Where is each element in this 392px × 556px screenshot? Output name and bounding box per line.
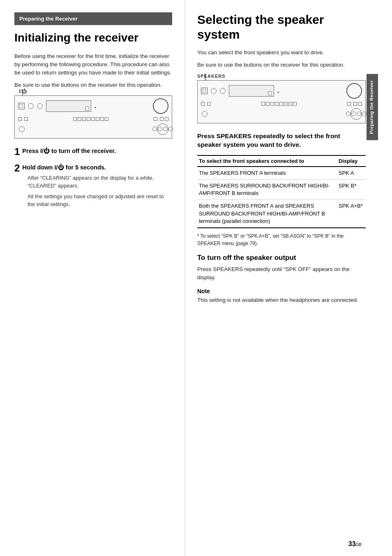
rlsq1 <box>261 102 265 106</box>
display-inner <box>85 107 89 111</box>
left-intro-text2: Be sure to use the buttons on the receiv… <box>14 81 172 89</box>
rsq4 <box>353 102 357 106</box>
speakers-label: SPEAKERS <box>197 74 366 79</box>
table-row-2-desc: Both the SPEAKERS FRONT A and SPEAKERS S… <box>197 200 337 228</box>
lsq2 <box>78 117 81 121</box>
rsq5 <box>358 102 362 106</box>
table-row-2-display: SPK A+B* <box>337 200 366 228</box>
right-sq-group <box>353 102 362 106</box>
sq2 <box>24 117 28 121</box>
rsq2 <box>207 102 211 106</box>
rlsq6 <box>284 102 288 106</box>
power-button-sq <box>18 103 25 109</box>
rlsq4 <box>275 102 279 106</box>
right-receiver-top-row: . <box>201 83 362 99</box>
right-column: Selecting the speaker system You can sel… <box>185 0 378 556</box>
sq1 <box>18 117 22 121</box>
tc2 <box>158 127 162 131</box>
left-intro-text1: Before using the receiver for the first … <box>14 52 172 77</box>
rtc2 <box>351 111 356 116</box>
step1-text: Press I/⏻ to turn off the receiver. <box>22 147 172 155</box>
right-display <box>229 85 274 97</box>
dial-circle <box>19 126 25 132</box>
step1-block: 1 Press I/⏻ to turn off the receiver. <box>14 147 172 157</box>
page-container: Preparing the Receiver Initializing the … <box>0 0 392 556</box>
right-body-text2: Be sure to use the buttons on the receiv… <box>197 61 366 69</box>
lsq3 <box>82 117 86 121</box>
receiver-top-row: . <box>18 98 168 114</box>
table-footnote: * To select “SPK B” or “SPK A+B”, set “S… <box>197 232 366 247</box>
lsq7 <box>100 117 104 121</box>
right-long-sq <box>213 102 345 106</box>
table-col2-header: Display <box>337 155 366 167</box>
table-row-1-display: SPK B* <box>337 180 366 200</box>
rtc3 <box>357 111 361 116</box>
receiver-diagram-right: . <box>197 80 366 123</box>
tc4 <box>168 127 173 131</box>
tuner-outer <box>157 123 168 135</box>
lsq6 <box>96 117 99 121</box>
rlsq3 <box>270 102 274 106</box>
sq-group-right <box>160 117 168 121</box>
power-label: I/⏻ <box>19 88 27 94</box>
rlsq5 <box>279 102 283 106</box>
right-tuner-outer <box>350 108 362 120</box>
sq5 <box>165 117 168 121</box>
table-col1-header: To select the front speakers connected t… <box>197 155 337 167</box>
right-power-btn <box>201 88 208 94</box>
table-row: The SPEAKERS FRONT A terminalsSPK A <box>197 167 366 180</box>
rsq3 <box>347 102 351 106</box>
page-num-suffix: GB <box>356 542 362 547</box>
volume-knob <box>153 98 168 114</box>
circle-btn-2 <box>37 103 43 109</box>
receiver-diagram-left: I/⏻ . <box>14 95 172 139</box>
circle-btn-1 <box>28 103 34 109</box>
tuner-inner <box>152 127 173 131</box>
press-speakers-title: Press SPEAKERS repeatedly to select the … <box>197 132 366 149</box>
tc1 <box>152 127 157 131</box>
table-row-1-desc: The SPEAKERS SURROUND BACK/FRONT HIGH/BI… <box>197 180 337 200</box>
rtc1 <box>346 111 350 116</box>
table-row-0-desc: The SPEAKERS FRONT A terminals <box>197 167 337 180</box>
step2-detail1: After “CLEARING” appears on the display … <box>28 174 172 208</box>
note-text: This setting is not available when the h… <box>197 296 366 304</box>
step2-number: 2 <box>14 163 20 173</box>
speakers-arrow <box>205 73 205 81</box>
right-bottom-row2 <box>201 107 362 120</box>
step1-number: 1 <box>14 147 20 157</box>
rsq1 <box>201 102 205 106</box>
step2-block: 2 Hold down I/⏻ for 5 seconds. After “CL… <box>14 163 172 208</box>
right-tuner <box>350 108 362 120</box>
sq4 <box>160 117 164 121</box>
right-display-inner <box>268 91 272 95</box>
right-dot: . <box>277 87 279 95</box>
dot-separator: . <box>95 102 96 110</box>
sidebar-tab: Preparing the Receiver <box>367 74 378 140</box>
display-rect <box>46 100 91 112</box>
page-num-bold: 33 <box>348 540 356 547</box>
step2-text: Hold down I/⏻ for 5 seconds. <box>22 163 172 171</box>
power-arrow <box>22 89 23 96</box>
left-main-title: Initializing the receiver <box>14 31 172 45</box>
right-body-text1: You can select the front speakers you wa… <box>197 49 366 57</box>
page-number: 33GB <box>348 540 362 548</box>
lsq8 <box>105 117 108 121</box>
left-column: Preparing the Receiver Initializing the … <box>0 0 185 556</box>
table-row: Both the SPEAKERS FRONT A and SPEAKERS S… <box>197 200 366 228</box>
long-sq-group <box>30 117 151 121</box>
section-header: Preparing the Receiver <box>14 12 172 25</box>
right-circle1 <box>211 88 217 94</box>
turn-off-text: Press SPEAKERS repeatedly until “SPK OFF… <box>197 265 366 282</box>
rlsq2 <box>266 102 270 106</box>
tuner-group <box>157 123 168 135</box>
right-main-title: Selecting the speaker system <box>197 12 366 42</box>
speaker-table: To select the front speakers connected t… <box>197 155 366 228</box>
note-title: Note <box>197 288 366 294</box>
lsq1 <box>73 117 77 121</box>
sq3 <box>154 117 157 121</box>
right-tuner-inner <box>346 111 367 116</box>
right-circle2 <box>220 88 226 94</box>
right-bottom-row <box>201 101 362 107</box>
rlsq7 <box>288 102 292 106</box>
turn-off-title: To turn off the speaker output <box>197 254 366 262</box>
